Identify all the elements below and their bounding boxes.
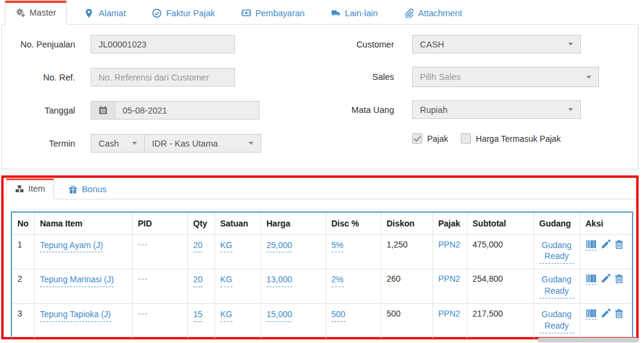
no-penjualan-value: JL00001023 [99, 40, 147, 49]
mata-uang-value: Rupiah [420, 105, 448, 115]
tab-master-label: Master [29, 8, 56, 17]
paperclip-icon [404, 8, 414, 18]
detail-tab-bar: Item Bonus [4, 178, 636, 199]
disc-editable[interactable]: 500 [332, 309, 345, 322]
pajak-checkbox[interactable] [412, 133, 422, 144]
nama-item-editable[interactable]: Tepung Marinasi (J) [40, 274, 114, 287]
nama-item-editable[interactable]: Tepung Tapioka (J) [40, 309, 111, 322]
tab-pembayaran[interactable]: Pembayaran [233, 2, 313, 24]
harga-editable[interactable]: 13,000 [267, 274, 293, 287]
table-row: 3 Tepung Tapioka (J) --- 15 KG 15,000 50… [11, 304, 633, 338]
gudang-editable[interactable]: Gudang Ready [539, 274, 574, 299]
item-table-container: No Nama Item PID Qty Satuan Harga Disc %… [11, 211, 634, 338]
barcode-icon[interactable] [586, 309, 597, 320]
nama-item-editable[interactable]: Tepung Ayam (J) [40, 240, 103, 253]
tab-bonus-label: Bonus [82, 184, 106, 194]
barcode-icon[interactable] [586, 274, 597, 285]
pajak-link[interactable]: PPN2 [439, 309, 461, 318]
trash-icon[interactable] [615, 274, 624, 284]
satuan-editable[interactable]: KG [220, 309, 232, 322]
row-no: 1 [11, 234, 34, 269]
pid-value[interactable]: --- [138, 274, 148, 284]
pencil-icon[interactable] [601, 309, 610, 318]
tab-attachment[interactable]: Attachment [396, 2, 470, 24]
col-header-pid: PID [132, 212, 187, 234]
tab-alamat-label: Alamat [99, 8, 126, 18]
gudang-editable[interactable]: Gudang Ready [539, 309, 574, 333]
subtotal-value: 217,500 [467, 304, 533, 338]
tab-attachment-label: Attachment [418, 8, 462, 18]
col-header-nama-item: Nama Item [34, 212, 132, 234]
harga-editable[interactable]: 15,000 [267, 309, 293, 322]
mata-uang-select[interactable]: Rupiah [412, 100, 581, 119]
barcode-icon[interactable] [586, 240, 597, 250]
harga-editable[interactable]: 25,000 [267, 240, 293, 253]
check-circle-icon [152, 8, 162, 18]
tanggal-label: Tanggal [13, 106, 75, 115]
customer-value: CASH [420, 40, 444, 49]
harga-termasuk-pajak-label: Harga Termasuk Pajak [476, 134, 560, 144]
tab-pembayaran-label: Pembayaran [255, 8, 305, 18]
disc-editable[interactable]: 2% [332, 274, 344, 287]
disc-editable[interactable]: 5% [332, 240, 344, 253]
pid-value[interactable]: --- [138, 309, 148, 318]
tab-alamat[interactable]: Alamat [76, 2, 134, 24]
pajak-link[interactable]: PPN2 [439, 240, 461, 249]
tab-bonus[interactable]: Bonus [60, 180, 115, 199]
satuan-editable[interactable]: KG [220, 240, 232, 253]
no-ref-input[interactable]: No. Referensi dari Customer [91, 68, 235, 87]
gudang-editable[interactable]: Gudang Ready [539, 240, 574, 264]
col-header-aksi: Aksi [580, 212, 633, 234]
chevron-down-icon [132, 142, 137, 145]
tab-faktur-pajak[interactable]: Faktur Pajak [144, 2, 223, 24]
qty-editable[interactable]: 20 [193, 240, 203, 253]
customer-label: Customer [338, 40, 394, 49]
diskon-value: 1,250 [381, 234, 433, 269]
diskon-value: 500 [381, 304, 433, 338]
pencil-icon[interactable] [601, 240, 610, 249]
kas-select[interactable]: IDR - Kas Utama [145, 134, 261, 153]
tab-master[interactable]: Master [5, 1, 67, 25]
red-annotation-box: Item Bonus No Nama Ite [1, 175, 639, 339]
gears-icon [16, 8, 25, 17]
no-ref-label: No. Ref. [13, 73, 75, 82]
main-tab-bar: Master Alamat Faktur Pajak Pembayaran [1, 0, 639, 25]
pajak-checkbox-label: Pajak [427, 134, 448, 144]
row-no: 2 [11, 269, 34, 304]
master-form-panel: No. Penjualan JL00001023 No. Ref. No. Re… [1, 25, 639, 169]
pencil-icon[interactable] [601, 274, 610, 284]
col-header-gudang: Gudang [533, 212, 580, 234]
map-pin-icon [85, 8, 94, 18]
table-header-row: No Nama Item PID Qty Satuan Harga Disc %… [11, 212, 633, 234]
qty-editable[interactable]: 20 [193, 274, 203, 287]
pid-value[interactable]: --- [138, 240, 148, 249]
pajak-link[interactable]: PPN2 [439, 274, 461, 284]
tanggal-input[interactable]: 05-08-2021 [115, 101, 260, 120]
tab-item[interactable]: Item [6, 178, 54, 199]
col-header-qty: Qty [187, 212, 214, 234]
kas-value: IDR - Kas Utama [152, 139, 218, 148]
sales-placeholder: Pilih Sales [420, 72, 461, 82]
col-header-subtotal: Subtotal [467, 212, 533, 234]
table-row: 2 Tepung Marinasi (J) --- 20 KG 13,000 2… [11, 269, 633, 304]
trash-icon[interactable] [615, 240, 624, 249]
satuan-editable[interactable]: KG [220, 274, 232, 287]
horizontal-scrollbar[interactable] [538, 338, 639, 342]
no-penjualan-input[interactable]: JL00001023 [91, 35, 235, 53]
termin-value: Cash [99, 139, 119, 148]
chevron-down-icon [586, 76, 591, 79]
harga-termasuk-pajak-checkbox[interactable] [461, 133, 471, 144]
col-header-disc: Disc % [326, 212, 381, 234]
tab-lain-lain[interactable]: Lain-lain [323, 2, 386, 24]
termin-select[interactable]: Cash [91, 134, 145, 153]
qty-editable[interactable]: 15 [193, 309, 203, 322]
tab-lain-lain-label: Lain-lain [345, 8, 378, 18]
chevron-down-icon [249, 142, 254, 145]
chevron-down-icon [568, 108, 573, 111]
col-header-satuan: Satuan [214, 212, 261, 234]
customer-select[interactable]: CASH [412, 35, 581, 53]
subtotal-value: 475,000 [467, 234, 533, 269]
trash-icon[interactable] [615, 309, 624, 318]
sales-select[interactable]: Pilih Sales [412, 67, 599, 87]
diskon-value: 260 [381, 269, 433, 304]
